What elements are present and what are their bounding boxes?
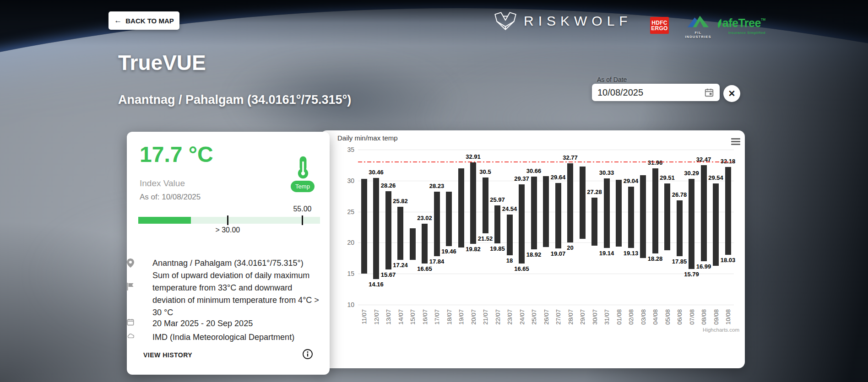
index-value-card: 17.7 °C Index Value As of: 10/08/2025 Te… (127, 132, 330, 375)
max-label: 30.33 (592, 169, 621, 176)
y-gridline (358, 150, 734, 150)
safetree-tagline: Insurance Simplified (717, 31, 765, 35)
x-axis-label: 12/07 (373, 309, 380, 325)
range-bar-28/07[interactable] (567, 163, 573, 242)
range-bar-19/07[interactable] (458, 168, 464, 248)
max-label: 32.77 (556, 154, 585, 161)
calendar-icon[interactable] (704, 87, 714, 97)
x-axis-label: 05/08 (664, 309, 671, 325)
max-label: 32.91 (459, 153, 488, 160)
x-axis-label: 26/07 (543, 309, 550, 325)
min-label: 18.03 (713, 257, 743, 264)
x-axis-label: 11/07 (361, 309, 368, 324)
range-bar-29/07[interactable] (580, 167, 586, 239)
range-bar-12/07[interactable] (373, 178, 379, 279)
x-axis-label: 14/07 (397, 309, 404, 325)
y-axis-label: 15 (327, 270, 354, 277)
range-bar-26/07[interactable] (543, 176, 549, 247)
cloud-icon (127, 333, 134, 339)
safetree-wordmark: afeTree (722, 17, 761, 29)
chart-card: Daily min/max temp 35302520151011/0730.4… (320, 130, 745, 368)
back-arrow-icon: ← (114, 16, 122, 25)
riskwolf-logo: RISKWOLF (494, 11, 632, 31)
x-axis-label: 28/07 (567, 309, 574, 325)
temp-badge: Temp (291, 181, 315, 192)
range-bar-17/07[interactable] (434, 192, 440, 256)
index-gauge (138, 217, 320, 224)
range-bar-27/07[interactable] (555, 183, 561, 248)
location-text: Anantnag / Pahalgam (34.0161°/75.315°) (152, 257, 322, 269)
min-label: 14.16 (362, 281, 391, 288)
x-axis-label: 24/07 (519, 309, 526, 325)
x-axis-label: 04/08 (652, 309, 659, 325)
range-bar-30/07[interactable] (591, 198, 597, 246)
range-bar-18/07[interactable] (446, 192, 452, 246)
x-axis-label: 27/07 (555, 309, 562, 325)
x-axis-label: 20/07 (470, 309, 477, 325)
gauge-max-label: 55.00 (288, 205, 316, 213)
thermometer-icon (292, 156, 315, 181)
safetree-leaf-icon (717, 17, 722, 30)
x-axis-label: 31/07 (603, 309, 610, 325)
x-axis-label: 21/07 (482, 309, 489, 325)
x-axis-label: 09/08 (713, 309, 720, 325)
location-pin-icon (127, 258, 134, 268)
close-button[interactable]: ✕ (723, 85, 740, 102)
max-label: 28.23 (422, 183, 451, 189)
view-history-button[interactable]: VIEW HISTORY (141, 349, 195, 361)
y-axis-label: 25 (327, 208, 354, 215)
range-bar-09/08[interactable] (713, 183, 719, 266)
index-description: Sum of upward deviation of daily maximum… (152, 269, 320, 319)
chart-plot-area: 35302520151011/0730.4614.1612/0728.2615.… (320, 130, 745, 368)
range-bar-23/07[interactable] (507, 215, 513, 255)
page-subtitle: Anantnag / Pahalgam (34.0161°/75.315°) (118, 93, 351, 107)
as-of-date-input[interactable]: 10/08/2025 (592, 84, 720, 101)
range-bar-02/08[interactable] (628, 187, 634, 248)
range-bar-11/07[interactable] (361, 179, 367, 274)
range-bar-15/07[interactable] (410, 228, 416, 260)
fil-industries-label: FIL INDUSTRIES (683, 31, 713, 39)
range-bar-07/08[interactable] (689, 179, 694, 269)
period-text: 20 Mar 2025 - 20 Sep 2025 (152, 317, 253, 329)
y-gridline (358, 305, 734, 305)
index-value-label: Index Value (140, 178, 185, 188)
y-axis-label: 30 (327, 177, 354, 184)
riskwolf-wordmark: RISKWOLF (524, 13, 632, 29)
range-bar-03/08[interactable] (640, 175, 646, 258)
range-bar-06/08[interactable] (677, 200, 683, 256)
period-calendar-icon (127, 318, 134, 326)
range-bar-01/08[interactable] (616, 180, 622, 246)
y-axis-label: 20 (327, 239, 354, 246)
range-bar-31/07[interactable] (604, 178, 610, 248)
x-axis-label: 19/07 (458, 309, 465, 325)
as-of-date-value: 10/08/2025 (597, 87, 704, 98)
range-bar-25/07[interactable] (531, 177, 537, 249)
highcharts-credit[interactable]: Highcharts.com (703, 327, 739, 333)
range-bar-21/07[interactable] (483, 178, 488, 233)
min-label: 20 (556, 244, 585, 251)
min-label: 16.65 (507, 265, 537, 272)
gauge-max-tick (302, 215, 303, 225)
x-axis-label: 23/07 (506, 309, 513, 325)
hdfc-ergo-logo: HDFC ERGO (650, 17, 669, 34)
fil-industries-logo: FIL INDUSTRIES (683, 14, 713, 39)
y-axis-label: 10 (327, 301, 354, 308)
hdfc-text: HDFC (651, 20, 667, 26)
x-axis-label: 07/08 (689, 309, 695, 325)
ergo-text: ERGO (651, 26, 668, 31)
flag-icon (127, 283, 134, 291)
index-as-of: As of: 10/08/2025 (140, 193, 201, 202)
back-to-map-button[interactable]: ← BACK TO MAP (108, 11, 179, 30)
info-icon[interactable] (302, 349, 313, 360)
x-axis-label: 18/07 (446, 309, 453, 325)
range-bar-14/07[interactable] (397, 207, 403, 260)
x-axis-label: 06/08 (676, 309, 683, 325)
page-title: TrueVUE (118, 50, 206, 75)
x-axis-label: 17/07 (434, 309, 440, 325)
range-bar-10/08[interactable] (725, 167, 731, 255)
min-label: 17.84 (422, 258, 451, 265)
x-axis-label: 10/08 (725, 309, 732, 325)
max-label: 30.5 (471, 168, 500, 175)
max-label: 25.82 (386, 198, 415, 204)
x-axis-label: 22/07 (494, 309, 501, 325)
